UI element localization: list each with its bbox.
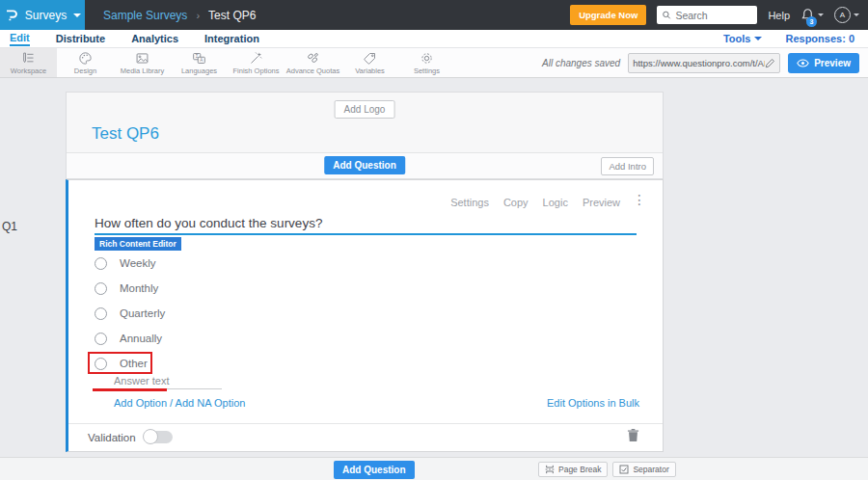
toolbar-right-group: All changes saved Preview <box>542 48 868 77</box>
add-option-link[interactable]: Add Option / Add NA Option <box>114 397 245 409</box>
trash-icon <box>627 428 639 442</box>
radio-button[interactable] <box>95 358 107 370</box>
avatar: A <box>834 7 851 23</box>
add-intro-button[interactable]: Add Intro <box>601 157 654 175</box>
toolbar-item-finish-options[interactable]: Finish Options <box>228 48 285 77</box>
breadcrumb-parent[interactable]: Sample Surveys <box>103 9 187 22</box>
toolbar-item-settings[interactable]: Settings <box>398 48 455 77</box>
breadcrumb-current: Test QP6 <box>208 9 256 22</box>
toolbar-item-variables[interactable]: Variables <box>341 48 398 77</box>
product-menu-label: Surveys <box>25 9 67 22</box>
question-settings-link[interactable]: Settings <box>450 197 489 208</box>
topbar-right-group: Upgrade Now Help 3 A <box>570 5 868 25</box>
breadcrumb: Sample Surveys › Test QP6 <box>103 9 256 22</box>
option-label[interactable]: Other <box>120 358 148 369</box>
toolbar-item-languages[interactable]: Σ A Languages <box>171 48 228 77</box>
responses-count[interactable]: Responses: 0 <box>785 33 854 44</box>
tools-menu[interactable]: Tools <box>723 33 763 44</box>
questionpro-logo <box>4 8 18 22</box>
question-card: Settings Copy Logic Preview ⋮ How often … <box>66 179 664 452</box>
eye-icon <box>797 58 809 68</box>
preview-label: Preview <box>814 58 851 68</box>
add-logo-button[interactable]: Add Logo <box>335 100 395 119</box>
media-library-icon <box>135 51 149 66</box>
tab-edit[interactable]: Edit <box>10 32 30 46</box>
page-break-icon <box>545 465 555 474</box>
option-row: Weekly <box>95 251 165 276</box>
search-icon <box>662 10 671 20</box>
page-break-label: Page Break <box>558 465 601 474</box>
radio-button[interactable] <box>95 333 107 345</box>
survey-title[interactable]: Test QP6 <box>92 124 159 144</box>
advance-quotas-icon <box>306 51 320 66</box>
chevron-down-icon <box>854 13 859 16</box>
option-row: Monthly <box>95 276 165 301</box>
pencil-icon[interactable] <box>765 58 775 68</box>
survey-toolbar: Workspace Design Media Library <box>0 48 868 78</box>
notification-count-badge: 3 <box>806 16 817 27</box>
validation-toggle[interactable] <box>144 431 173 443</box>
survey-canvas: Add Logo Test QP6 Add Question Add Intro… <box>66 92 664 452</box>
rich-content-editor-badge: Rich Content Editor <box>95 237 181 251</box>
preview-button[interactable]: Preview <box>788 53 859 73</box>
page-break-button[interactable]: Page Break <box>538 462 608 477</box>
option-label[interactable]: Monthly <box>120 282 158 294</box>
vertical-ellipsis-icon[interactable]: ⋮ <box>633 193 646 206</box>
option-row: Quarterly <box>95 301 165 326</box>
option-row: Annually <box>95 326 165 351</box>
section-nav: Edit Distribute Analytics Integration To… <box>0 30 868 48</box>
question-copy-link[interactable]: Copy <box>503 197 529 208</box>
survey-url-input[interactable] <box>633 58 765 68</box>
toolbar-item-advance-quotas[interactable]: Advance Quotas <box>285 48 341 77</box>
survey-editor-main: Q1 Add Logo Test QP6 Add Question Add In… <box>0 78 868 480</box>
surveys-product-menu[interactable]: Surveys <box>0 0 85 30</box>
workspace-icon <box>21 51 36 66</box>
breadcrumb-separator-icon: › <box>196 10 200 21</box>
question-id-label: Q1 <box>2 220 17 233</box>
add-question-button-bottom[interactable]: Add Question <box>334 461 415 479</box>
edit-options-in-bulk-link[interactable]: Edit Options in Bulk <box>547 397 639 409</box>
divider <box>68 423 663 424</box>
other-answer-text-input[interactable] <box>114 373 222 389</box>
radio-button[interactable] <box>95 257 107 270</box>
question-preview-link[interactable]: Preview <box>583 197 620 208</box>
toolbar-item-design[interactable]: Design <box>57 48 114 77</box>
nav-right-group: Tools Responses: 0 <box>723 33 858 44</box>
toggle-knob <box>143 429 158 444</box>
checkbox-icon <box>619 465 629 474</box>
chevron-down-icon <box>818 13 824 16</box>
option-label[interactable]: Quarterly <box>120 307 165 319</box>
languages-icon: Σ A <box>192 51 206 66</box>
radio-button[interactable] <box>95 282 107 295</box>
settings-icon <box>420 51 434 66</box>
delete-question-button[interactable] <box>627 428 639 445</box>
toolbar-item-media-library[interactable]: Media Library <box>114 48 171 77</box>
toolbar-item-workspace[interactable]: Workspace <box>0 48 57 77</box>
upgrade-now-button[interactable]: Upgrade Now <box>570 5 646 25</box>
svg-text:Σ: Σ <box>196 54 199 59</box>
radio-button[interactable] <box>95 307 107 320</box>
question-logic-link[interactable]: Logic <box>543 197 568 208</box>
separator-button[interactable]: Separator <box>612 462 675 477</box>
notifications-button[interactable]: 3 <box>800 8 824 22</box>
tab-analytics[interactable]: Analytics <box>131 33 178 45</box>
question-text[interactable]: How often do you conduct the surveys? <box>95 216 322 230</box>
header-actions-row: Add Question Add Intro <box>67 153 663 178</box>
app-window: Surveys Sample Surveys › Test QP6 Upgrad… <box>0 0 868 480</box>
footer-right-group: Page Break Separator <box>538 462 676 477</box>
option-label[interactable]: Weekly <box>120 257 156 269</box>
search-input[interactable] <box>675 10 752 21</box>
canvas-footer: Add Question Page Break <box>0 457 868 480</box>
tab-integration[interactable]: Integration <box>204 33 259 45</box>
save-status: All changes saved <box>542 58 620 68</box>
help-link[interactable]: Help <box>768 10 790 21</box>
tab-distribute[interactable]: Distribute <box>56 33 105 45</box>
option-label[interactable]: Annually <box>120 333 162 344</box>
survey-url-field <box>628 53 780 73</box>
chevron-down-icon <box>754 37 762 40</box>
separator-label: Separator <box>633 465 668 474</box>
account-menu[interactable]: A <box>834 7 859 23</box>
validation-label: Validation <box>88 432 136 443</box>
design-icon <box>78 51 93 66</box>
add-question-button-top[interactable]: Add Question <box>324 156 405 174</box>
